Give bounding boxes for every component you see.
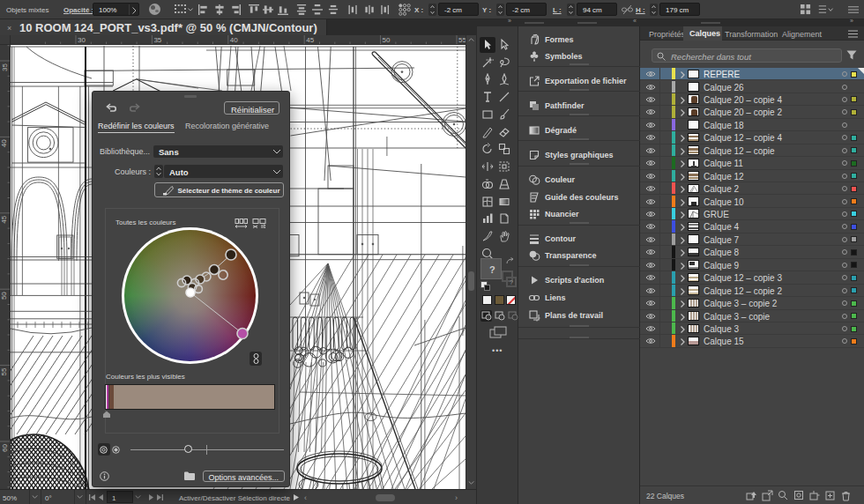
svg-text:35: 35 [153,36,161,44]
svg-text:60: 60 [1,443,9,451]
svg-text:55: 55 [458,36,466,44]
svg-text:35: 35 [1,63,9,70]
svg-text:30: 30 [78,36,86,44]
svg-text:40: 40 [230,36,238,44]
svg-text:45: 45 [306,36,314,44]
svg-text:45: 45 [1,215,9,223]
svg-text:55: 55 [1,367,9,375]
svg-text:50: 50 [1,292,9,300]
svg-text:50: 50 [383,36,391,44]
svg-text:40: 40 [1,139,9,147]
